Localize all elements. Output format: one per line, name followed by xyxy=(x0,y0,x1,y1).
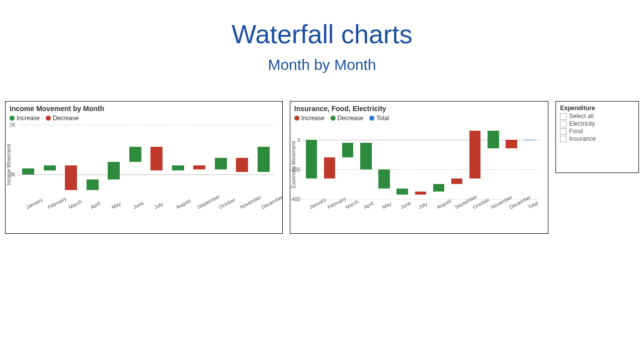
expenses-ylabel: Expenses Movement xyxy=(290,141,296,188)
square-icon xyxy=(331,116,336,121)
x-label: March xyxy=(68,199,83,210)
legend-increase: Increase xyxy=(10,115,40,122)
expenses-legend: Increase Decrease Total xyxy=(290,114,548,125)
waterfall-bar xyxy=(524,140,535,140)
waterfall-bar xyxy=(360,143,371,169)
checkbox-icon[interactable] xyxy=(560,121,567,127)
income-ylabel: Income Movement xyxy=(6,144,12,185)
waterfall-bar xyxy=(215,158,227,169)
x-label: April xyxy=(90,201,101,210)
checkbox-icon[interactable] xyxy=(560,136,567,142)
waterfall-bar xyxy=(506,140,517,149)
filter-electricity[interactable]: Electricity xyxy=(560,120,634,127)
x-label: May xyxy=(381,201,392,210)
waterfall-bar xyxy=(22,168,34,174)
waterfall-bar xyxy=(378,169,389,189)
x-label: August xyxy=(436,198,452,210)
x-label: April xyxy=(363,201,374,210)
x-label: August xyxy=(175,198,192,210)
waterfall-bar xyxy=(129,147,141,162)
expenses-chart-panel: Insurance, Food, Electricity Increase De… xyxy=(290,101,548,234)
filter-food[interactable]: Food xyxy=(560,128,634,135)
waterfall-bar xyxy=(172,165,184,170)
waterfall-bar xyxy=(258,147,270,171)
waterfall-bar xyxy=(342,143,353,158)
waterfall-bar xyxy=(451,178,462,185)
legend-total: Total xyxy=(369,115,389,122)
square-icon xyxy=(369,116,374,121)
expenses-chart-title: Insurance, Food, Electricity xyxy=(290,102,548,114)
checkbox-icon[interactable] xyxy=(560,128,567,135)
zero-line xyxy=(302,140,539,140)
filter-select-all[interactable]: Select all xyxy=(560,113,634,120)
legend-decrease: Decrease xyxy=(46,115,78,122)
waterfall-bar xyxy=(65,165,77,190)
income-legend: Increase Decrease xyxy=(6,114,282,125)
x-label: July xyxy=(418,201,428,210)
waterfall-bar xyxy=(433,184,444,192)
x-label: May xyxy=(111,201,122,210)
x-label: June xyxy=(132,200,144,210)
x-label: June xyxy=(399,200,412,210)
filter-title: Expenditure xyxy=(560,105,634,112)
waterfall-bar xyxy=(108,162,120,179)
x-label: Total xyxy=(527,200,539,210)
zero-line xyxy=(18,174,274,175)
expenses-xaxis: JanuaryFebruaryMarchAprilMayJuneJulyAugu… xyxy=(302,202,539,222)
waterfall-bar xyxy=(469,131,480,178)
waterfall-bar xyxy=(193,165,205,169)
waterfall-bar xyxy=(236,158,248,172)
waterfall-bar xyxy=(150,147,163,170)
waterfall-bar xyxy=(415,192,426,195)
income-xaxis: JanuaryFebruaryMarchAprilMayJuneJulyAugu… xyxy=(18,202,274,222)
legend-increase: Increase xyxy=(294,115,325,122)
income-chart-title: Income Movement by Month xyxy=(6,102,282,114)
page-title: Waterfall charts xyxy=(0,19,644,49)
waterfall-bar xyxy=(44,165,56,170)
legend-decrease: Decrease xyxy=(331,115,363,122)
checkbox-icon[interactable] xyxy=(560,113,567,120)
waterfall-bar xyxy=(87,179,99,191)
gridline: 1K xyxy=(18,125,274,125)
waterfall-bar xyxy=(488,131,499,149)
waterfall-bar xyxy=(324,157,335,178)
filter-insurance[interactable]: Insurance xyxy=(560,135,634,142)
square-icon xyxy=(294,116,299,121)
waterfall-bar xyxy=(396,189,408,195)
square-icon xyxy=(46,116,51,121)
waterfall-bar xyxy=(306,140,317,178)
page-subtitle: Month by Month xyxy=(0,56,644,73)
square-icon xyxy=(10,116,15,121)
income-chart-panel: Income Movement by Month Increase Decrea… xyxy=(5,101,283,234)
expenditure-filter: Expenditure Select all Electricity Food … xyxy=(555,101,639,173)
gridline: -200 xyxy=(302,169,539,170)
x-label: July xyxy=(153,201,164,210)
